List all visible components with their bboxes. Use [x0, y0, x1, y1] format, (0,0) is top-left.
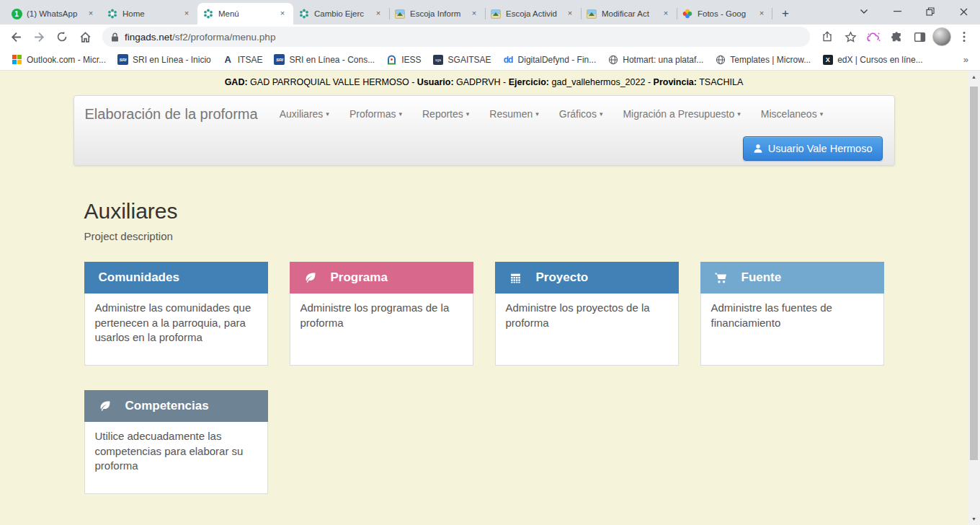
tab-strip: 1 (1) WhatsApp × Home × Menú × Cambio Ej…	[0, 0, 980, 25]
forward-button[interactable]	[29, 27, 49, 47]
bookmark-digitaldefynd[interactable]: dd DigitalDefynd - Fin...	[499, 52, 601, 67]
globe-icon	[607, 54, 618, 65]
lock-icon	[111, 32, 119, 42]
tab-menu-active[interactable]: Menú ×	[197, 3, 293, 25]
nav-item-proformas[interactable]: Proformas▾	[339, 101, 412, 127]
ejercicio-label: Ejercicio:	[509, 77, 549, 87]
usuario-label: Usuario:	[417, 77, 454, 87]
nav-item-migracion[interactable]: Migración a Presupuesto▾	[612, 101, 750, 127]
bookmark-iess[interactable]: IESS	[382, 52, 425, 67]
card-programa[interactable]: Programa Administre los programas de la …	[290, 262, 473, 366]
home-button[interactable]	[75, 27, 95, 47]
bookmark-label: Templates | Microw...	[730, 55, 811, 65]
scroll-down-icon[interactable]: ▼	[968, 513, 980, 525]
reload-button[interactable]	[52, 27, 72, 47]
new-tab-button[interactable]: +	[775, 4, 796, 24]
tab-close-icon[interactable]: ×	[373, 8, 384, 19]
navbar-row-user: Usuario Vale Hermoso	[74, 132, 894, 165]
tab-escoja-actividad[interactable]: Escoja Activid ×	[485, 3, 581, 25]
card-fuente[interactable]: Fuente Administre las fuentes de financi…	[700, 262, 884, 366]
bookmark-hotmart[interactable]: Hotmart: una plataf...	[603, 52, 708, 67]
tab-whatsapp[interactable]: 1 (1) WhatsApp ×	[6, 3, 102, 25]
tab-title: Escoja Activid	[506, 9, 560, 18]
tab-fotos-google[interactable]: Fotos - Goog ×	[677, 3, 772, 25]
bookmark-label: DigitalDefynd - Fin...	[518, 55, 597, 65]
chevron-down-icon: ▾	[466, 110, 470, 118]
bookmark-sri-consultas[interactable]: SRI SRI en Línea - Cons...	[270, 52, 379, 67]
provincia-value: TSACHILA	[697, 77, 743, 87]
tab-close-icon[interactable]: ×	[468, 8, 480, 19]
share-icon[interactable]	[817, 27, 837, 47]
more-menu-icon[interactable]	[954, 27, 974, 47]
address-bar[interactable]: fingads.net/sf2/proforma/menu.php	[102, 27, 810, 47]
navbar-brand[interactable]: Elaboración de la proforma	[85, 106, 258, 123]
leaf-icon	[99, 400, 111, 412]
card-description: Administre los programas de la proforma	[290, 294, 473, 366]
landscape-image-icon	[586, 8, 597, 19]
bookmark-label: ITSAE	[238, 55, 263, 65]
tab-close-icon[interactable]: ×	[277, 8, 288, 19]
scrollbar-thumb[interactable]	[970, 87, 978, 460]
sgaitsae-logo-icon: sga	[433, 54, 444, 65]
tab-search-chevron-icon[interactable]	[847, 0, 881, 23]
card-header[interactable]: Comunidades	[84, 262, 268, 294]
bookmark-label: IESS	[401, 55, 421, 65]
tab-close-icon[interactable]: ×	[660, 8, 672, 19]
bookmark-sgaitsae[interactable]: sga SGAITSAE	[429, 52, 496, 67]
card-header[interactable]: Fuente	[700, 262, 884, 294]
tab-title: (1) WhatsApp	[27, 9, 81, 18]
minimize-button[interactable]	[881, 0, 914, 23]
landscape-image-icon	[490, 8, 502, 19]
bookmark-templates[interactable]: Templates | Microw...	[710, 52, 815, 67]
nav-item-reportes[interactable]: Reportes▾	[412, 101, 479, 127]
close-window-button[interactable]	[947, 0, 980, 23]
bookmark-star-icon[interactable]	[840, 27, 860, 47]
weather-extension-icon[interactable]	[863, 27, 883, 47]
bookmark-sri-inicio[interactable]: SRI SRI en Línea - Inicio	[113, 52, 215, 67]
restore-button[interactable]	[914, 0, 947, 23]
bookmark-label: Hotmart: una plataf...	[623, 55, 703, 65]
user-button[interactable]: Usuario Vale Hermoso	[743, 136, 883, 161]
card-competencias[interactable]: Competencias Utilice adecuadamente las c…	[84, 390, 268, 494]
bookmarks-bar: Outlook.com - Micr... SRI SRI en Línea -…	[0, 49, 980, 71]
tab-title: Fotos - Goog	[698, 9, 752, 18]
card-comunidades[interactable]: Comunidades Administre las comunidades q…	[84, 262, 268, 366]
tab-escoja-informacion[interactable]: Escoja Inform ×	[389, 3, 485, 25]
side-panel-icon[interactable]	[909, 27, 930, 47]
nav-item-graficos[interactable]: Gráficos▾	[549, 101, 613, 127]
bookmarks-overflow-icon[interactable]: »	[959, 54, 973, 65]
tab-close-icon[interactable]: ×	[564, 8, 576, 19]
back-button[interactable]	[6, 27, 26, 47]
bookmark-edx[interactable]: X edX | Cursos en líne...	[818, 52, 927, 67]
card-header[interactable]: Programa	[290, 262, 473, 294]
bookmark-label: edX | Cursos en líne...	[837, 55, 923, 65]
bookmark-label: SRI en Línea - Inicio	[133, 55, 211, 65]
chevron-down-icon: ▾	[535, 110, 539, 118]
whatsapp-icon: 1	[11, 8, 22, 19]
card-proyecto[interactable]: Proyecto Administre los proyectos de la …	[495, 262, 679, 366]
web-page: GAD: GAD PARROQUIAL VALLE HERMOSO - Usua…	[0, 71, 980, 525]
tab-cambio-ejercicio[interactable]: Cambio Ejerc ×	[293, 3, 389, 25]
nav-item-resumen[interactable]: Resumen▾	[479, 101, 548, 127]
usuario-value: GADPRVH -	[454, 77, 509, 87]
profile-avatar[interactable]	[932, 27, 951, 46]
tab-home[interactable]: Home ×	[102, 3, 197, 25]
globe-icon	[715, 54, 726, 65]
nav-item-auxiliares[interactable]: Auxiliares▾	[270, 101, 339, 127]
bookmark-itsae[interactable]: A ITSAE	[218, 52, 267, 67]
extensions-puzzle-icon[interactable]	[886, 27, 906, 47]
tab-modificar-actividad[interactable]: Modificar Act ×	[581, 3, 677, 25]
page-title: Auxiliares	[84, 199, 884, 224]
tab-close-icon[interactable]: ×	[756, 8, 767, 19]
bookmark-outlook[interactable]: Outlook.com - Micr...	[7, 52, 110, 67]
tab-title: Modificar Act	[602, 9, 656, 18]
dd-logo-icon: dd	[503, 54, 514, 65]
card-header[interactable]: Proyecto	[495, 262, 679, 294]
scroll-up-icon[interactable]: ▲	[968, 71, 980, 83]
card-header[interactable]: Competencias	[84, 390, 268, 422]
nav-item-miscelaneos[interactable]: Miscelaneos▾	[751, 101, 833, 127]
page-scrollbar[interactable]: ▲ ▼	[968, 71, 980, 525]
tab-close-icon[interactable]: ×	[181, 8, 192, 19]
tab-close-icon[interactable]: ×	[85, 8, 97, 19]
navbar-items: Auxiliares▾ Proformas▾ Reportes▾ Resumen…	[270, 101, 834, 127]
